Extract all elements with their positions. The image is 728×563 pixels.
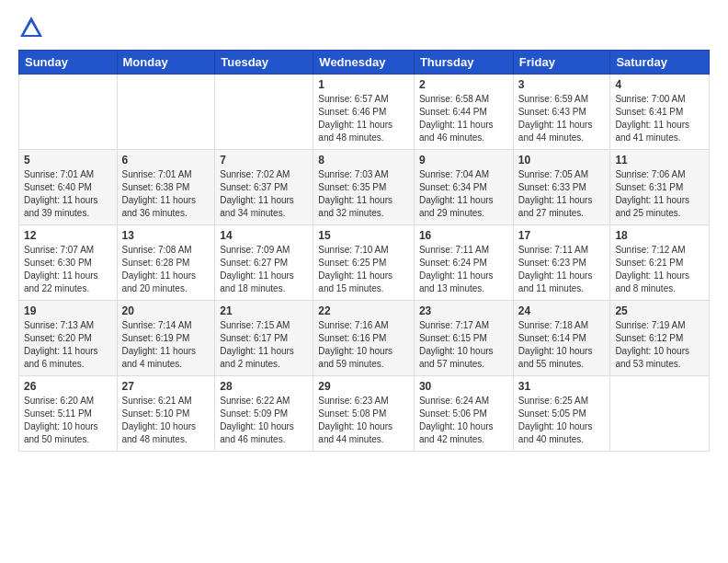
calendar-week-row: 19Sunrise: 7:13 AM Sunset: 6:20 PM Dayli… xyxy=(19,301,710,376)
day-info: Sunrise: 7:08 AM Sunset: 6:28 PM Dayligh… xyxy=(122,244,210,295)
calendar-cell: 18Sunrise: 7:12 AM Sunset: 6:21 PM Dayli… xyxy=(610,225,710,301)
calendar-week-row: 1Sunrise: 6:57 AM Sunset: 6:46 PM Daylig… xyxy=(19,75,710,150)
day-number: 24 xyxy=(518,304,606,317)
calendar-week-row: 5Sunrise: 7:01 AM Sunset: 6:40 PM Daylig… xyxy=(19,150,710,225)
weekday-header-friday: Friday xyxy=(513,51,610,75)
day-number: 14 xyxy=(220,229,308,242)
calendar-cell: 24Sunrise: 7:18 AM Sunset: 6:14 PM Dayli… xyxy=(513,301,610,376)
day-number: 25 xyxy=(615,304,704,317)
page-container: SundayMondayTuesdayWednesdayThursdayFrid… xyxy=(0,0,728,461)
day-number: 15 xyxy=(318,229,409,242)
day-info: Sunrise: 7:01 AM Sunset: 6:40 PM Dayligh… xyxy=(24,168,112,220)
day-info: Sunrise: 7:03 AM Sunset: 6:35 PM Dayligh… xyxy=(318,168,409,220)
day-number: 1 xyxy=(318,78,409,91)
day-info: Sunrise: 7:11 AM Sunset: 6:24 PM Dayligh… xyxy=(419,244,508,295)
calendar-cell: 25Sunrise: 7:19 AM Sunset: 6:12 PM Dayli… xyxy=(610,301,710,376)
calendar-cell: 17Sunrise: 7:11 AM Sunset: 6:23 PM Dayli… xyxy=(513,225,610,301)
calendar-cell: 7Sunrise: 7:02 AM Sunset: 6:37 PM Daylig… xyxy=(215,150,313,225)
day-number: 18 xyxy=(615,229,704,242)
day-info: Sunrise: 7:12 AM Sunset: 6:21 PM Dayligh… xyxy=(615,244,704,295)
calendar-cell: 21Sunrise: 7:15 AM Sunset: 6:17 PM Dayli… xyxy=(215,301,313,376)
day-number: 7 xyxy=(220,154,308,167)
calendar-cell: 11Sunrise: 7:06 AM Sunset: 6:31 PM Dayli… xyxy=(610,150,710,225)
day-number: 6 xyxy=(122,154,210,167)
day-info: Sunrise: 7:19 AM Sunset: 6:12 PM Dayligh… xyxy=(615,319,704,371)
day-number: 29 xyxy=(318,380,409,393)
day-number: 31 xyxy=(518,380,606,393)
day-number: 11 xyxy=(615,154,704,167)
day-info: Sunrise: 6:22 AM Sunset: 5:09 PM Dayligh… xyxy=(220,395,308,446)
calendar-cell: 3Sunrise: 6:59 AM Sunset: 6:43 PM Daylig… xyxy=(513,75,610,150)
calendar-cell: 26Sunrise: 6:20 AM Sunset: 5:11 PM Dayli… xyxy=(19,376,118,452)
day-info: Sunrise: 7:09 AM Sunset: 6:27 PM Dayligh… xyxy=(220,244,308,295)
calendar-cell: 4Sunrise: 7:00 AM Sunset: 6:41 PM Daylig… xyxy=(610,75,710,150)
weekday-header-monday: Monday xyxy=(117,51,215,75)
calendar-week-row: 26Sunrise: 6:20 AM Sunset: 5:11 PM Dayli… xyxy=(19,376,710,452)
day-info: Sunrise: 7:02 AM Sunset: 6:37 PM Dayligh… xyxy=(220,168,308,220)
day-number: 22 xyxy=(318,304,409,317)
day-number: 17 xyxy=(518,229,606,242)
calendar-week-row: 12Sunrise: 7:07 AM Sunset: 6:30 PM Dayli… xyxy=(19,225,710,301)
day-number: 16 xyxy=(419,229,508,242)
day-number: 12 xyxy=(24,229,112,242)
day-number: 20 xyxy=(122,304,210,317)
calendar-cell: 9Sunrise: 7:04 AM Sunset: 6:34 PM Daylig… xyxy=(414,150,513,225)
day-number: 27 xyxy=(122,380,210,393)
day-number: 5 xyxy=(24,154,112,167)
day-info: Sunrise: 7:18 AM Sunset: 6:14 PM Dayligh… xyxy=(518,319,606,371)
day-info: Sunrise: 7:16 AM Sunset: 6:16 PM Dayligh… xyxy=(318,319,409,371)
calendar-cell: 19Sunrise: 7:13 AM Sunset: 6:20 PM Dayli… xyxy=(19,301,118,376)
calendar-cell: 8Sunrise: 7:03 AM Sunset: 6:35 PM Daylig… xyxy=(313,150,415,225)
calendar-cell xyxy=(19,75,118,150)
calendar-cell xyxy=(610,376,710,452)
day-info: Sunrise: 6:59 AM Sunset: 6:43 PM Dayligh… xyxy=(518,93,606,144)
calendar-table: SundayMondayTuesdayWednesdayThursdayFrid… xyxy=(18,50,710,452)
calendar-cell: 6Sunrise: 7:01 AM Sunset: 6:38 PM Daylig… xyxy=(117,150,215,225)
day-info: Sunrise: 6:24 AM Sunset: 5:06 PM Dayligh… xyxy=(419,395,508,446)
weekday-header-row: SundayMondayTuesdayWednesdayThursdayFrid… xyxy=(19,51,710,75)
day-number: 23 xyxy=(419,304,508,317)
calendar-cell xyxy=(215,75,313,150)
day-number: 8 xyxy=(318,154,409,167)
day-info: Sunrise: 7:11 AM Sunset: 6:23 PM Dayligh… xyxy=(518,244,606,295)
calendar-cell: 30Sunrise: 6:24 AM Sunset: 5:06 PM Dayli… xyxy=(414,376,513,452)
calendar-cell: 14Sunrise: 7:09 AM Sunset: 6:27 PM Dayli… xyxy=(215,225,313,301)
calendar-cell: 31Sunrise: 6:25 AM Sunset: 5:05 PM Dayli… xyxy=(513,376,610,452)
weekday-header-wednesday: Wednesday xyxy=(313,51,415,75)
calendar-cell: 23Sunrise: 7:17 AM Sunset: 6:15 PM Dayli… xyxy=(414,301,513,376)
calendar-cell: 13Sunrise: 7:08 AM Sunset: 6:28 PM Dayli… xyxy=(117,225,215,301)
day-info: Sunrise: 7:10 AM Sunset: 6:25 PM Dayligh… xyxy=(318,244,409,295)
calendar-cell: 16Sunrise: 7:11 AM Sunset: 6:24 PM Dayli… xyxy=(414,225,513,301)
calendar-cell: 28Sunrise: 6:22 AM Sunset: 5:09 PM Dayli… xyxy=(215,376,313,452)
weekday-header-tuesday: Tuesday xyxy=(215,51,313,75)
day-info: Sunrise: 7:04 AM Sunset: 6:34 PM Dayligh… xyxy=(419,168,508,220)
calendar-cell: 5Sunrise: 7:01 AM Sunset: 6:40 PM Daylig… xyxy=(19,150,118,225)
day-number: 26 xyxy=(24,380,112,393)
day-info: Sunrise: 6:20 AM Sunset: 5:11 PM Dayligh… xyxy=(24,395,112,446)
calendar-cell xyxy=(117,75,215,150)
day-info: Sunrise: 7:05 AM Sunset: 6:33 PM Dayligh… xyxy=(518,168,606,220)
day-number: 28 xyxy=(220,380,308,393)
calendar-cell: 27Sunrise: 6:21 AM Sunset: 5:10 PM Dayli… xyxy=(117,376,215,452)
day-info: Sunrise: 7:07 AM Sunset: 6:30 PM Dayligh… xyxy=(24,244,112,295)
weekday-header-thursday: Thursday xyxy=(414,51,513,75)
day-number: 21 xyxy=(220,304,308,317)
day-info: Sunrise: 6:23 AM Sunset: 5:08 PM Dayligh… xyxy=(318,395,409,446)
calendar-cell: 12Sunrise: 7:07 AM Sunset: 6:30 PM Dayli… xyxy=(19,225,118,301)
day-info: Sunrise: 7:13 AM Sunset: 6:20 PM Dayligh… xyxy=(24,319,112,371)
logo-icon xyxy=(18,15,44,40)
day-info: Sunrise: 7:17 AM Sunset: 6:15 PM Dayligh… xyxy=(419,319,508,371)
day-info: Sunrise: 7:06 AM Sunset: 6:31 PM Dayligh… xyxy=(615,168,704,220)
day-info: Sunrise: 7:01 AM Sunset: 6:38 PM Dayligh… xyxy=(122,168,210,220)
day-info: Sunrise: 7:00 AM Sunset: 6:41 PM Dayligh… xyxy=(615,93,704,144)
header-row xyxy=(18,15,710,40)
weekday-header-saturday: Saturday xyxy=(610,51,710,75)
day-info: Sunrise: 6:57 AM Sunset: 6:46 PM Dayligh… xyxy=(318,93,409,144)
calendar-cell: 20Sunrise: 7:14 AM Sunset: 6:19 PM Dayli… xyxy=(117,301,215,376)
calendar-cell: 1Sunrise: 6:57 AM Sunset: 6:46 PM Daylig… xyxy=(313,75,415,150)
calendar-cell: 29Sunrise: 6:23 AM Sunset: 5:08 PM Dayli… xyxy=(313,376,415,452)
weekday-header-sunday: Sunday xyxy=(19,51,118,75)
day-number: 2 xyxy=(419,78,508,91)
day-number: 9 xyxy=(419,154,508,167)
day-number: 19 xyxy=(24,304,112,317)
